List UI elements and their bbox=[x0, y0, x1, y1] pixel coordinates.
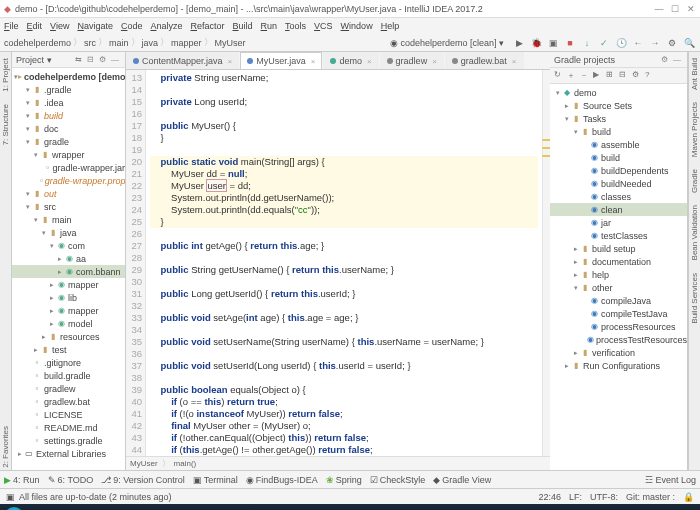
search-button[interactable]: 🔍 bbox=[682, 36, 696, 50]
panel-settings-icon[interactable]: ⚙ bbox=[99, 55, 109, 65]
coverage-button[interactable]: ▣ bbox=[546, 36, 560, 50]
tree-node[interactable]: ▸◉model bbox=[12, 317, 125, 330]
toolwindow-stripe-button[interactable]: 7: Structure bbox=[1, 102, 10, 147]
editor-tab[interactable]: demo× bbox=[323, 52, 378, 69]
maximize-button[interactable]: ☐ bbox=[670, 4, 680, 14]
menu-build[interactable]: Build bbox=[233, 21, 253, 31]
gradle-tree-node[interactable]: ◉classes bbox=[550, 190, 687, 203]
menu-window[interactable]: Window bbox=[341, 21, 373, 31]
menu-help[interactable]: Help bbox=[381, 21, 400, 31]
tree-node[interactable]: ▫build.gradle bbox=[12, 369, 125, 382]
collapse-all-icon[interactable]: ⊟ bbox=[619, 70, 630, 81]
settings-button[interactable]: ⚙ bbox=[665, 36, 679, 50]
breadcrumb-item[interactable]: main bbox=[109, 38, 129, 48]
tree-node[interactable]: ▾▮.idea bbox=[12, 96, 125, 109]
terminal-toolwindow-button[interactable]: ▣ Terminal bbox=[193, 475, 238, 485]
tree-node[interactable]: ▸◉mapper bbox=[12, 278, 125, 291]
tree-node[interactable]: ▫.gitignore bbox=[12, 356, 125, 369]
toolwindow-stripe-button[interactable]: 1: Project bbox=[1, 56, 10, 94]
run-toolwindow-button[interactable]: ▶ 4: Run bbox=[4, 475, 40, 485]
gradle-tree-node[interactable]: ▸▮help bbox=[550, 268, 687, 281]
vcs-toolwindow-button[interactable]: ⎇ 9: Version Control bbox=[101, 475, 185, 485]
toolwindow-stripe-button[interactable]: Bean Validation bbox=[690, 203, 699, 262]
tree-node[interactable]: ▫gradlew bbox=[12, 382, 125, 395]
stop-button[interactable]: ■ bbox=[563, 36, 577, 50]
tree-node[interactable]: ▫gradle-wrapper.prop bbox=[12, 174, 125, 187]
close-tab-icon[interactable]: × bbox=[311, 57, 316, 66]
help-icon[interactable]: ? bbox=[645, 70, 656, 81]
close-tab-icon[interactable]: × bbox=[512, 57, 517, 66]
vcs-history-button[interactable]: 🕓 bbox=[614, 36, 628, 50]
tree-node[interactable]: ▾▮main bbox=[12, 213, 125, 226]
forward-button[interactable]: → bbox=[648, 36, 662, 50]
menu-file[interactable]: File bbox=[4, 21, 19, 31]
hide-panel-icon[interactable]: — bbox=[673, 55, 683, 65]
checkstyle-toolwindow-button[interactable]: ☑ CheckStyle bbox=[370, 475, 426, 485]
run-button[interactable]: ▶ bbox=[512, 36, 526, 50]
detach-icon[interactable]: － bbox=[580, 70, 591, 81]
todo-toolwindow-button[interactable]: ✎ 6: TODO bbox=[48, 475, 94, 485]
gradle-tree-node[interactable]: ◉buildNeeded bbox=[550, 177, 687, 190]
menu-view[interactable]: View bbox=[50, 21, 69, 31]
tree-node[interactable]: ▾▮.gradle bbox=[12, 83, 125, 96]
menu-run[interactable]: Run bbox=[261, 21, 278, 31]
gradle-tree[interactable]: ▾◆demo▸▮Source Sets▾▮Tasks▾▮build◉assemb… bbox=[550, 84, 687, 470]
tree-node[interactable]: ▸▮resources bbox=[12, 330, 125, 343]
breadcrumb-item[interactable]: java bbox=[142, 38, 159, 48]
gradle-tree-node[interactable]: ▸▮verification bbox=[550, 346, 687, 359]
scroll-from-source-icon[interactable]: ⇆ bbox=[75, 55, 85, 65]
tree-node[interactable]: ▾▮wrapper bbox=[12, 148, 125, 161]
spring-toolwindow-button[interactable]: ❀ Spring bbox=[326, 475, 362, 485]
menu-code[interactable]: Code bbox=[121, 21, 143, 31]
breadcrumb-item[interactable]: src bbox=[84, 38, 96, 48]
eventlog-toolwindow-button[interactable]: ☲ Event Log bbox=[645, 475, 696, 485]
toolwindow-stripe-button[interactable]: 2: Favorites bbox=[1, 424, 10, 470]
menu-edit[interactable]: Edit bbox=[27, 21, 43, 31]
tree-node[interactable]: ▸◉mapper bbox=[12, 304, 125, 317]
readonly-lock-icon[interactable]: 🔒 bbox=[683, 492, 694, 502]
toolwindow-stripe-button[interactable]: Build Services bbox=[690, 271, 699, 326]
findbugs-toolwindow-button[interactable]: ◉ FindBugs-IDEA bbox=[246, 475, 318, 485]
run-config-selector[interactable]: ◉ codehelperdemo [clean] ▾ bbox=[385, 37, 509, 49]
collapse-all-icon[interactable]: ⊟ bbox=[87, 55, 97, 65]
tree-node[interactable]: ▸◉com.bbann bbox=[12, 265, 125, 278]
tree-node[interactable]: ▾▮src bbox=[12, 200, 125, 213]
refresh-icon[interactable]: ↻ bbox=[554, 70, 565, 81]
vcs-update-button[interactable]: ↓ bbox=[580, 36, 594, 50]
editor-tab[interactable]: gradlew.bat× bbox=[445, 52, 524, 69]
tree-node[interactable]: ▸▮test bbox=[12, 343, 125, 356]
close-button[interactable]: ✕ bbox=[686, 4, 696, 14]
gradle-tree-node[interactable]: ▾▮other bbox=[550, 281, 687, 294]
editor-tab[interactable]: ContentMapper.java× bbox=[126, 52, 239, 69]
tree-node[interactable]: ▸▭External Libraries bbox=[12, 447, 125, 460]
tree-node[interactable]: ▾▮gradle bbox=[12, 135, 125, 148]
editor-crumb-item[interactable]: MyUser bbox=[130, 459, 158, 468]
gradle-tree-node[interactable]: ◉compileTestJava bbox=[550, 307, 687, 320]
minimize-button[interactable]: — bbox=[654, 4, 664, 14]
tree-node[interactable]: ▾◉com bbox=[12, 239, 125, 252]
editor-tab[interactable]: gradlew× bbox=[380, 52, 444, 69]
tree-node[interactable]: ▾▮doc bbox=[12, 122, 125, 135]
expand-all-icon[interactable]: ⊞ bbox=[606, 70, 617, 81]
gradle-tree-node[interactable]: ▾▮build bbox=[550, 125, 687, 138]
project-tree[interactable]: ▾▸codehelperdemo [demo] D:\▾▮.gradle▾▮.i… bbox=[12, 68, 125, 470]
tree-node[interactable]: ▸◉lib bbox=[12, 291, 125, 304]
vcs-commit-button[interactable]: ✓ bbox=[597, 36, 611, 50]
tree-node[interactable]: ▾▮out bbox=[12, 187, 125, 200]
tree-node[interactable]: ▫README.md bbox=[12, 421, 125, 434]
menu-analyze[interactable]: Analyze bbox=[150, 21, 182, 31]
gradle-tree-node[interactable]: ▾▮Tasks bbox=[550, 112, 687, 125]
git-branch[interactable]: Git: master : bbox=[626, 492, 675, 502]
gradleview-toolwindow-button[interactable]: ◆ Gradle View bbox=[433, 475, 491, 485]
toolwindow-stripe-button[interactable]: Gradle bbox=[690, 167, 699, 195]
gradle-tree-node[interactable]: ◉processTestResources bbox=[550, 333, 687, 346]
attach-icon[interactable]: ＋ bbox=[567, 70, 578, 81]
line-separator[interactable]: LF: bbox=[569, 492, 582, 502]
breadcrumb-item[interactable]: codehelperdemo bbox=[4, 38, 71, 48]
gradle-tree-node[interactable]: ◉clean bbox=[550, 203, 687, 216]
tree-node[interactable]: ▫LICENSE bbox=[12, 408, 125, 421]
close-tab-icon[interactable]: × bbox=[228, 57, 233, 66]
hide-panel-icon[interactable]: — bbox=[111, 55, 121, 65]
tree-node[interactable]: ▫gradle-wrapper.jar bbox=[12, 161, 125, 174]
close-tab-icon[interactable]: × bbox=[432, 57, 437, 66]
